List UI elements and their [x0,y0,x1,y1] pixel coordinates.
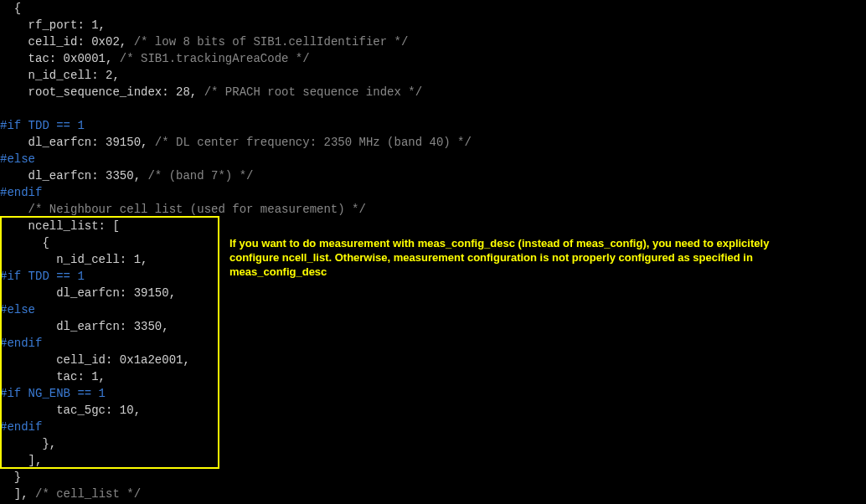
code-line: /* Neighbour cell list (used for measure… [0,201,866,218]
code-line: root_sequence_index: 28, /* PRACH root s… [0,84,866,100]
preprocessor-directive: #else [0,301,866,318]
code-text [0,203,28,216]
code-line: dl_earfcn: 3350, /* (band 7*) */ [0,167,866,184]
code-comment: /* PRACH root sequence index */ [204,85,422,99]
code-text: ], [0,487,35,501]
code-line: cell_id: 0x1a2e001, [0,352,866,368]
code-text: tac: 0x0001, [0,52,120,65]
preprocessor-directive: #endif [0,335,866,352]
code-line: dl_earfcn: 39150, [0,285,866,301]
code-line: ], /* cell_list */ [0,486,866,502]
code-line: rf_port: 1, [0,17,866,33]
code-line [0,100,866,117]
preprocessor-directive: #else [0,151,866,167]
preprocessor-directive: #endif [0,184,866,201]
code-line: ], [0,452,866,469]
code-line: }, [0,435,866,452]
code-comment: /* (band 7*) */ [147,169,253,183]
code-text: cell_id: 0x02, [0,35,134,49]
code-comment: /* Neighbour cell list (used for measure… [28,203,366,216]
code-comment: /* DL center frequency: 2350 MHz (band 4… [155,136,472,149]
code-line: } [0,469,866,486]
code-line: ncell_list: [ [0,218,866,234]
callout-annotation: If you want to do measurement with meas_… [229,236,816,279]
code-comment: /* cell_list */ [35,487,141,501]
preprocessor-directive: #if TDD == 1 [0,117,866,134]
code-text: dl_earfcn: 3350, [0,169,147,183]
code-comment: /* low 8 bits of SIB1.cellIdentifier */ [134,35,409,49]
code-line: cell_id: 0x02, /* low 8 bits of SIB1.cel… [0,33,866,50]
code-line: { [0,0,866,17]
preprocessor-directive: #endif [0,419,866,435]
code-comment: /* SIB1.trackingAreaCode */ [120,52,310,65]
code-text: root_sequence_index: 28, [0,85,204,99]
code-line: tac: 0x0001, /* SIB1.trackingAreaCode */ [0,50,866,67]
code-line: tac: 1, [0,368,866,385]
code-line: tac_5gc: 10, [0,402,866,419]
code-line: dl_earfcn: 39150, /* DL center frequency… [0,134,866,151]
code-line: n_id_cell: 2, [0,67,866,84]
preprocessor-directive: #if NG_ENB == 1 [0,385,866,402]
code-line: dl_earfcn: 3350, [0,318,866,335]
code-text: dl_earfcn: 39150, [0,136,155,149]
